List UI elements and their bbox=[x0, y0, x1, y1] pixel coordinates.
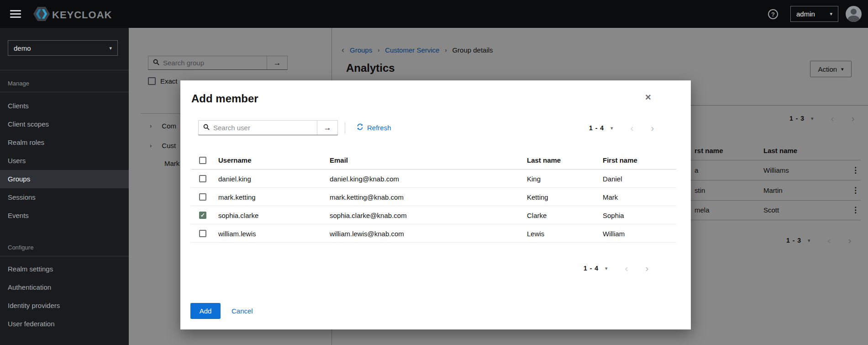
brand-text: KEYCLOAK bbox=[52, 9, 112, 21]
col-last-name: Last name bbox=[527, 156, 561, 164]
cell-email: sophia.clarke@knab.com bbox=[330, 211, 407, 219]
sidebar-item-identity-providers[interactable]: Identity providers bbox=[0, 297, 129, 315]
cell-last-name: King bbox=[527, 175, 541, 182]
cell-last-name: Clarke bbox=[527, 211, 547, 219]
cell-username: sophia.clarke bbox=[218, 211, 258, 219]
row-checkbox[interactable] bbox=[199, 175, 206, 182]
cell-email: william.lewis@knab.com bbox=[330, 229, 404, 237]
divider bbox=[0, 256, 129, 256]
keycloak-logo[interactable]: KEYCLOAK bbox=[33, 6, 112, 23]
close-icon[interactable]: × bbox=[645, 91, 651, 103]
select-all-checkbox[interactable] bbox=[199, 157, 206, 164]
refresh-icon bbox=[357, 123, 363, 132]
table-row: daniel.king daniel.king@knab.com King Da… bbox=[191, 170, 676, 188]
user-menu-dropdown[interactable]: admin ▾ bbox=[790, 6, 838, 22]
sidebar-item-user-federation[interactable]: User federation bbox=[0, 315, 129, 333]
cell-first-name: Daniel bbox=[603, 175, 622, 182]
add-member-modal: Add member × → Refresh 1 - 4 ▾ ‹ › bbox=[180, 80, 691, 329]
keycloak-logo-icon bbox=[33, 6, 50, 23]
col-first-name: First name bbox=[603, 156, 637, 164]
cell-username: daniel.king bbox=[218, 175, 251, 182]
search-submit-button[interactable]: → bbox=[317, 121, 337, 135]
sidebar-item-client-scopes[interactable]: Client scopes bbox=[0, 115, 129, 133]
chevron-down-icon[interactable]: ▾ bbox=[605, 265, 608, 271]
section-label-manage: Manage bbox=[8, 80, 29, 87]
add-button[interactable]: Add bbox=[190, 303, 221, 319]
hamburger-menu-icon[interactable] bbox=[10, 10, 21, 18]
pagination-range: 1 - 4 bbox=[589, 124, 604, 132]
cancel-button[interactable]: Cancel bbox=[231, 307, 253, 315]
section-label-configure: Configure bbox=[8, 244, 33, 251]
modal-pagination-top: 1 - 4 ▾ ‹ › bbox=[589, 124, 654, 132]
username-label: admin bbox=[796, 10, 815, 18]
col-email: Email bbox=[330, 156, 348, 164]
realm-selector[interactable]: demo ▾ bbox=[8, 40, 118, 56]
sidebar-item-groups[interactable]: Groups bbox=[0, 170, 129, 188]
sidebar-item-authentication[interactable]: Authentication bbox=[0, 278, 129, 297]
modal-title: Add member bbox=[191, 92, 258, 105]
help-icon[interactable]: ? bbox=[768, 9, 778, 19]
refresh-label: Refresh bbox=[367, 124, 391, 132]
prev-page-icon[interactable]: ‹ bbox=[631, 125, 634, 131]
search-user-box: → bbox=[198, 120, 338, 135]
table-row: mark.ketting mark.ketting@knab.com Ketti… bbox=[191, 188, 676, 206]
sidebar-item-realm-settings[interactable]: Realm settings bbox=[0, 260, 129, 278]
sidebar-item-clients[interactable]: Clients bbox=[0, 97, 129, 115]
row-checkbox-checked[interactable] bbox=[199, 212, 206, 219]
divider bbox=[0, 92, 129, 92]
next-page-icon[interactable]: › bbox=[646, 265, 649, 271]
avatar[interactable] bbox=[846, 6, 862, 22]
users-table: Username Email Last name First name dani… bbox=[191, 151, 676, 243]
modal-pagination-bottom: 1 - 4 ▾ ‹ › bbox=[584, 265, 649, 272]
cell-last-name: Ketting bbox=[527, 193, 548, 201]
col-username: Username bbox=[218, 156, 252, 164]
masthead: KEYCLOAK ? admin ▾ bbox=[0, 0, 868, 28]
search-icon bbox=[203, 124, 210, 132]
cell-last-name: Lewis bbox=[527, 229, 544, 237]
cell-email: daniel.king@knab.com bbox=[330, 175, 399, 182]
refresh-button[interactable]: Refresh bbox=[357, 123, 391, 132]
cell-username: william.lewis bbox=[218, 229, 256, 237]
sidebar-item-users[interactable]: Users bbox=[0, 152, 129, 170]
cell-first-name: Mark bbox=[603, 193, 618, 201]
table-row: sophia.clarke sophia.clarke@knab.com Cla… bbox=[191, 206, 676, 224]
prev-page-icon[interactable]: ‹ bbox=[625, 265, 628, 271]
sidebar: demo ▾ Manage Clients Client scopes Real… bbox=[0, 28, 129, 345]
cell-first-name: William bbox=[603, 229, 625, 237]
table-row: william.lewis william.lewis@knab.com Lew… bbox=[191, 224, 676, 243]
realm-name: demo bbox=[14, 44, 31, 52]
pagination-range: 1 - 4 bbox=[584, 265, 599, 272]
keycloak-admin-screen: KEYCLOAK ? admin ▾ demo ▾ Manage Clients… bbox=[0, 0, 868, 345]
divider bbox=[345, 122, 345, 134]
cell-email: mark.ketting@knab.com bbox=[330, 193, 404, 201]
sidebar-item-events[interactable]: Events bbox=[0, 207, 129, 225]
sidebar-item-realm-roles[interactable]: Realm roles bbox=[0, 133, 129, 152]
manage-nav: Clients Client scopes Realm roles Users … bbox=[0, 97, 129, 225]
cell-username: mark.ketting bbox=[218, 193, 256, 201]
sidebar-item-sessions[interactable]: Sessions bbox=[0, 188, 129, 207]
next-page-icon[interactable]: › bbox=[651, 125, 654, 131]
users-table-header: Username Email Last name First name bbox=[191, 151, 676, 170]
row-checkbox[interactable] bbox=[199, 230, 206, 237]
search-user-input[interactable] bbox=[213, 124, 295, 132]
chevron-down-icon[interactable]: ▾ bbox=[610, 125, 613, 131]
chevron-down-icon: ▾ bbox=[830, 11, 832, 17]
chevron-down-icon: ▾ bbox=[109, 45, 112, 51]
row-checkbox[interactable] bbox=[199, 193, 206, 201]
divider bbox=[0, 70, 129, 70]
configure-nav: Realm settings Authentication Identity p… bbox=[0, 260, 129, 333]
cell-first-name: Sophia bbox=[603, 211, 624, 219]
